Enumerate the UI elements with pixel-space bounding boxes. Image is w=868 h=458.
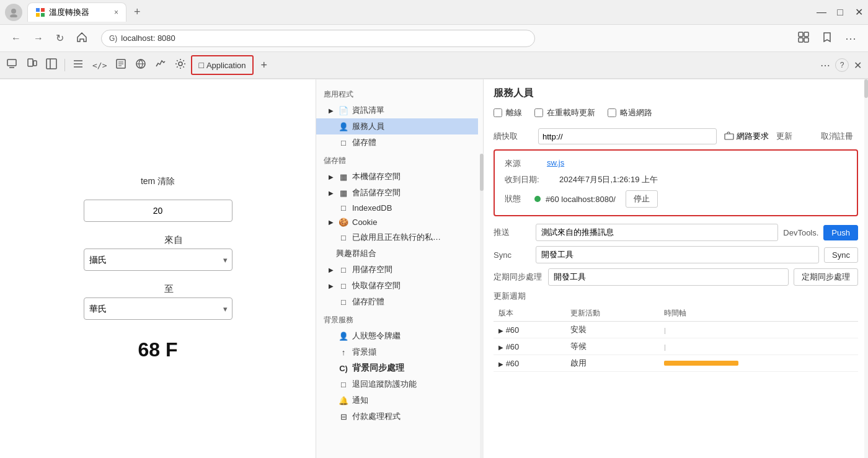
address-bar[interactable]: G) localhost: 8080 bbox=[101, 30, 535, 47]
sw-detail-source-link[interactable]: sw.js bbox=[547, 158, 564, 169]
update-cycle-label: 更新週期 bbox=[494, 291, 858, 302]
push-label: 推送 bbox=[494, 227, 531, 238]
sync-btn[interactable]: Sync bbox=[824, 247, 858, 263]
sw-cache-url-input[interactable] bbox=[538, 128, 717, 144]
settings-gear-btn[interactable] bbox=[171, 56, 190, 74]
sidebar-item-indexeddb[interactable]: ▶ □ IndexedDB bbox=[316, 201, 478, 215]
push-btn[interactable]: Push bbox=[823, 225, 858, 240]
sidebar-item-bounce-tracking[interactable]: ▶ □ 退回追蹤防護功能 bbox=[316, 376, 478, 392]
cache-storage-label: 快取儲存空間 bbox=[352, 280, 401, 291]
back-btn[interactable]: ← bbox=[7, 30, 25, 46]
maximize-btn[interactable]: □ bbox=[836, 8, 844, 17]
table-cell-version-0: ▶ #60 bbox=[494, 322, 565, 338]
sidebar-item-notifications[interactable]: ▶ 🔔 通知 bbox=[316, 392, 478, 408]
active-tab[interactable]: 溫度轉換器 × bbox=[27, 2, 126, 22]
forward-btn[interactable]: → bbox=[30, 30, 47, 46]
inspect-element-btn[interactable] bbox=[2, 56, 21, 74]
sidebar-item-use-storage[interactable]: ▶ □ 用儲存空間 bbox=[316, 262, 478, 278]
add-panel-btn[interactable]: + bbox=[257, 56, 272, 74]
session-storage-arrow-icon: ▶ bbox=[329, 190, 334, 196]
tab-title: 溫度轉換器 bbox=[49, 7, 89, 18]
address-prefix: G) bbox=[109, 34, 117, 43]
bypass-checkbox[interactable] bbox=[608, 108, 616, 117]
svg-point-0 bbox=[11, 9, 16, 14]
sidebar-item-storage[interactable]: ▶ □ 儲存體 bbox=[316, 134, 478, 151]
unregister-label: 取消註冊 bbox=[821, 131, 858, 142]
table-cell-version-2: ▶ #60 bbox=[494, 355, 565, 372]
cookie-icon: 🍪 bbox=[339, 218, 348, 227]
sidebar-item-interest[interactable]: 興趣群組合 bbox=[316, 245, 478, 262]
private-label: 已啟用且正在執行的私… bbox=[352, 232, 441, 243]
grid-view-btn[interactable] bbox=[794, 29, 813, 48]
devtools-sidebar: 應用程式 ▶ 📄 資訊清單 ▶ 👤 服務人員 ▶ bbox=[316, 79, 484, 458]
local-storage-label: 本機儲存空間 bbox=[352, 171, 401, 182]
sidebar-item-service-worker[interactable]: ▶ 👤 服務人員 bbox=[316, 118, 478, 134]
bookmark-btn[interactable] bbox=[818, 29, 836, 48]
window-controls: — □ ✕ bbox=[817, 8, 863, 17]
storage-bucket-label: 儲存貯體 bbox=[352, 296, 384, 307]
more-btn[interactable]: ⋯ bbox=[841, 29, 861, 48]
sidebar-item-payment-handler[interactable]: ▶ ⊟ 付款處理程式 bbox=[316, 408, 478, 425]
storage-icon: □ bbox=[339, 138, 348, 148]
network-icon bbox=[724, 131, 734, 141]
sidebar-item-private[interactable]: ▶ □ 已啟用且正在執行的私… bbox=[316, 229, 478, 245]
periodic-input[interactable] bbox=[548, 268, 789, 286]
svg-rect-3 bbox=[41, 8, 45, 12]
push-input[interactable] bbox=[536, 224, 778, 241]
tab-close-btn[interactable]: × bbox=[114, 8, 118, 17]
temperature-input-group bbox=[84, 200, 232, 222]
devtools-close-btn[interactable]: ✕ bbox=[850, 57, 866, 74]
close-btn[interactable]: ✕ bbox=[854, 8, 863, 17]
reload-checkbox[interactable] bbox=[534, 108, 543, 117]
offline-checkbox[interactable] bbox=[494, 108, 502, 117]
update-cycle-section: 更新週期 版本 更新活動 時間軸 bbox=[494, 291, 858, 372]
notifications-icon: 🔔 bbox=[339, 396, 348, 405]
application-icon: □ bbox=[198, 60, 203, 70]
sidebar-item-cache-storage[interactable]: ▶ □ 快取儲存空間 bbox=[316, 278, 478, 294]
home-btn[interactable] bbox=[73, 29, 91, 48]
network-btn[interactable] bbox=[131, 56, 150, 74]
sources-btn[interactable] bbox=[112, 56, 130, 74]
table-cell-timeline-1: | bbox=[659, 338, 858, 355]
tab-add-btn[interactable]: + bbox=[129, 3, 146, 21]
indexeddb-icon: □ bbox=[339, 203, 348, 213]
sidebar-item-manifest[interactable]: ▶ 📄 資訊清單 bbox=[316, 102, 478, 118]
indexeddb-label: IndexedDB bbox=[352, 203, 392, 213]
tab-favicon-icon bbox=[35, 7, 45, 17]
version-label: #60 bbox=[506, 325, 520, 335]
from-group: 來自 攝氏 華氏 克氏 ▾ bbox=[84, 234, 232, 271]
periodic-btn[interactable]: 定期同步處理 bbox=[794, 268, 858, 286]
to-select[interactable]: 華氏 攝氏 克氏 bbox=[84, 297, 232, 320]
offline-label: 離線 bbox=[506, 107, 522, 118]
main-scrollbar[interactable] bbox=[864, 79, 868, 458]
table-cell-timeline-2 bbox=[659, 355, 858, 372]
application-tab-btn[interactable]: □ Application bbox=[191, 55, 253, 75]
sw-stop-btn[interactable]: 停止 bbox=[626, 190, 658, 208]
from-select[interactable]: 攝氏 華氏 克氏 bbox=[84, 249, 232, 271]
sidebar-item-local-storage[interactable]: ▶ ▦ 本機儲存空間 bbox=[316, 169, 478, 185]
storage-label: 儲存體 bbox=[352, 137, 376, 148]
devtools-help-btn[interactable]: ? bbox=[835, 58, 849, 72]
sidebar-item-state-token[interactable]: ▶ 👤 人狀態令牌繼 bbox=[316, 328, 478, 344]
sidebar-item-bg-sync[interactable]: ▶ C) 背景同步處理 bbox=[316, 360, 478, 376]
console-btn[interactable]: </> bbox=[89, 58, 110, 73]
elements-btn[interactable] bbox=[69, 56, 87, 74]
performance-btn[interactable] bbox=[151, 56, 170, 74]
sync-input[interactable] bbox=[536, 246, 819, 263]
devtools-more-btn[interactable]: ⋯ bbox=[817, 57, 834, 74]
sidebar-item-session-storage[interactable]: ▶ ▦ 會話儲存空間 bbox=[316, 185, 478, 201]
panel-layout-btn[interactable] bbox=[42, 56, 61, 74]
sidebar-item-storage-bucket[interactable]: ▶ □ 儲存貯體 bbox=[316, 294, 478, 310]
timeline-bar-2 bbox=[664, 361, 738, 366]
manifest-file-icon: 📄 bbox=[339, 106, 348, 115]
version-arrow-icon: ▶ bbox=[498, 344, 503, 351]
table-row: ▶ #60 等候 | bbox=[494, 338, 858, 355]
sidebar-item-bg-fetch[interactable]: ▶ ↑ 背景擷 bbox=[316, 344, 478, 360]
minimize-btn[interactable]: — bbox=[817, 8, 826, 17]
device-toolbar-btn[interactable] bbox=[22, 56, 41, 74]
temperature-input[interactable] bbox=[84, 200, 232, 222]
table-row: ▶ #60 啟用 bbox=[494, 355, 858, 372]
sidebar-item-cookie[interactable]: ▶ 🍪 Cookie bbox=[316, 215, 478, 229]
refresh-btn[interactable]: ↻ bbox=[52, 30, 68, 46]
sync-row-label: Sync bbox=[494, 250, 531, 260]
